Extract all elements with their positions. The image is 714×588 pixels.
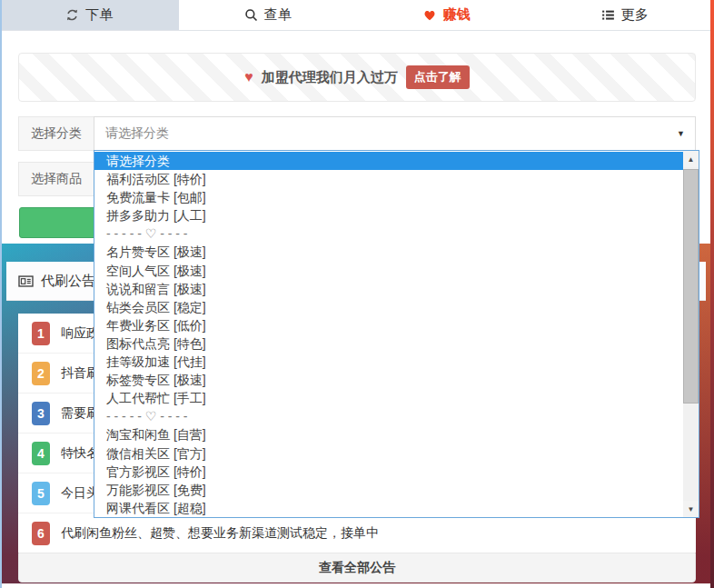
dropdown-option[interactable]: 官方影视区 [特价]: [94, 463, 683, 481]
dropdown-option[interactable]: 空间人气区 [极速]: [94, 262, 683, 280]
dropdown-option[interactable]: - - - - - ♡ - - - -: [94, 407, 683, 425]
dropdown-option[interactable]: 请选择分类: [94, 152, 683, 170]
dropdown-option[interactable]: 图标代点亮 [特色]: [94, 334, 683, 353]
newspaper-icon: [18, 274, 34, 288]
dropdown-option[interactable]: 拼多多助力 [人工]: [94, 206, 683, 224]
announcement-number-badge: 1: [32, 322, 50, 345]
view-all-announcements-button[interactable]: 查看全部公告: [18, 553, 696, 583]
dropdown-option[interactable]: 万能影视区 [免费]: [94, 481, 683, 499]
dropdown-option[interactable]: 网课代看区 [超稳]: [94, 499, 683, 517]
tab-label: 查单: [264, 6, 292, 24]
heart-icon: ♥: [244, 69, 253, 85]
tab-label: 下单: [85, 6, 113, 24]
product-field-label: 选择商品: [18, 162, 94, 196]
dropdown-option[interactable]: - - - - - ♡ - - - -: [94, 224, 683, 243]
category-select-value: 请选择分类: [105, 125, 169, 142]
announcement-number-badge: 5: [32, 482, 50, 505]
dropdown-scrollbar[interactable]: ▲ ▼: [683, 151, 699, 517]
right-edge-decoration: [710, 0, 714, 588]
list-icon: [601, 8, 615, 22]
dropdown-option[interactable]: 福利活动区 [特价]: [94, 170, 683, 188]
announcement-row[interactable]: 6 代刷闲鱼粉丝、超赞、想要业务新渠道测试稳定，接单中: [18, 513, 696, 553]
tab-label: 赚钱: [443, 6, 471, 24]
dropdown-option[interactable]: 微信相关区 [官方]: [94, 444, 683, 463]
dropdown-option[interactable]: 人工代帮忙 [手工]: [94, 389, 683, 407]
left-edge-border: [0, 0, 2, 588]
tab-bar: 下单 查单 赚钱: [0, 0, 714, 31]
tab-more[interactable]: 更多: [536, 0, 714, 30]
dropdown-option[interactable]: 名片赞专区 [极速]: [94, 243, 683, 261]
announcement-number-badge: 4: [32, 442, 50, 465]
search-icon: [244, 8, 258, 22]
promo-banner: ♥ 加盟代理我们月入过万 点击了解: [18, 53, 696, 102]
category-field-label: 选择分类: [18, 116, 94, 151]
announcement-number-badge: 2: [32, 362, 50, 385]
scroll-down-arrow-icon[interactable]: ▼: [683, 501, 699, 517]
dropdown-option[interactable]: 说说和留言 [极速]: [94, 280, 683, 298]
select-arrow-icon: ▼: [677, 129, 685, 138]
tab-earn-money[interactable]: 赚钱: [357, 0, 536, 30]
dropdown-option[interactable]: 标签赞专区 [极速]: [94, 371, 683, 389]
category-select[interactable]: 请选择分类 ▼: [94, 116, 696, 151]
category-dropdown-list: 请选择分类 福利活动区 [特价] 免费流量卡 [包邮] 拼多多助力 [人工] -…: [94, 150, 699, 518]
scroll-up-arrow-icon[interactable]: ▲: [683, 151, 699, 167]
announcement-number-badge: 3: [32, 402, 50, 425]
tab-label: 更多: [621, 6, 649, 24]
heart-money-icon: [422, 8, 437, 22]
refresh-icon: [65, 8, 79, 22]
dropdown-option[interactable]: 挂等级加速 [代挂]: [94, 353, 683, 371]
announcement-text: 代刷闲鱼粉丝、超赞、想要业务新渠道测试稳定，接单中: [61, 525, 379, 542]
tab-check-order[interactable]: 查单: [179, 0, 358, 30]
announcement-number-badge: 6: [32, 522, 50, 545]
promo-text: 加盟代理我们月入过万: [262, 69, 398, 86]
dropdown-option[interactable]: 年费业务区 [低价]: [94, 316, 683, 334]
dropdown-options: 请选择分类 福利活动区 [特价] 免费流量卡 [包邮] 拼多多助力 [人工] -…: [94, 151, 683, 517]
page: 下单 查单 赚钱: [0, 0, 714, 588]
learn-more-button[interactable]: 点击了解: [406, 65, 470, 89]
tab-place-order[interactable]: 下单: [0, 0, 179, 30]
dropdown-option[interactable]: 淘宝和闲鱼 [自营]: [94, 425, 683, 443]
scrollbar-thumb[interactable]: [683, 169, 699, 404]
dropdown-option[interactable]: 钻类会员区 [稳定]: [94, 298, 683, 316]
announcements-title: 代刷公告: [41, 273, 95, 290]
dropdown-option[interactable]: 免费流量卡 [包邮]: [94, 188, 683, 206]
